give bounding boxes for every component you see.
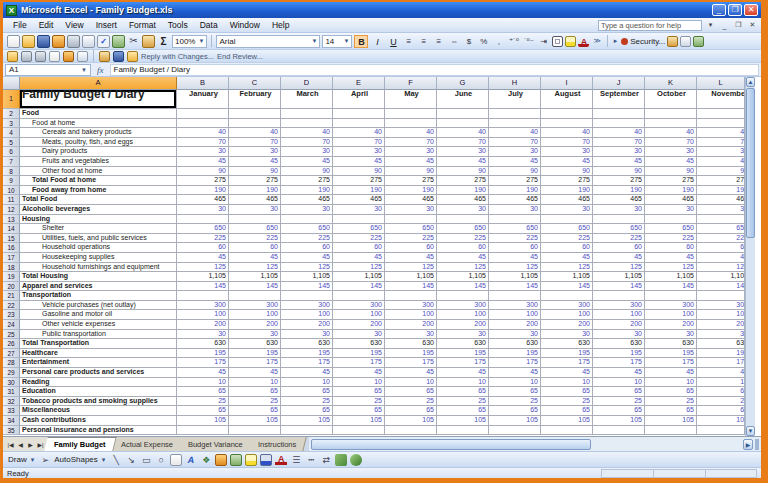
cell-value[interactable]: 25 <box>385 397 437 407</box>
cell-value[interactable]: 65 <box>645 406 697 416</box>
font-size-select[interactable]: 14▼ <box>322 35 352 48</box>
cell-value[interactable]: 65 <box>177 406 229 416</box>
cell-value[interactable]: 70 <box>593 138 645 148</box>
cell-value[interactable]: 45 <box>229 368 281 378</box>
row-header-13[interactable]: 13 <box>3 215 20 225</box>
month-header-april[interactable]: April <box>333 90 385 109</box>
cell-value[interactable]: 45 <box>281 368 333 378</box>
cell-value[interactable]: 125 <box>281 263 333 273</box>
cell-value[interactable]: 30 <box>645 147 697 157</box>
cell-value[interactable]: 275 <box>229 176 281 186</box>
cell-value[interactable]: 145 <box>437 282 489 292</box>
cell-value[interactable]: 65 <box>489 387 541 397</box>
cell-value[interactable] <box>281 291 333 301</box>
cell-value[interactable] <box>437 291 489 301</box>
cell-value[interactable]: 45 <box>593 253 645 263</box>
cell-value[interactable]: 45 <box>593 157 645 167</box>
cell-label[interactable]: Public transportation <box>20 330 177 340</box>
cell-value[interactable]: 45 <box>177 253 229 263</box>
cell-value[interactable]: 190 <box>489 186 541 196</box>
cell-value[interactable]: 465 <box>541 195 593 205</box>
cell-value[interactable]: 225 <box>333 234 385 244</box>
draw-menu[interactable]: Draw▾ <box>8 455 36 464</box>
cell-value-clipped[interactable]: 225 <box>697 234 745 244</box>
cell-value[interactable]: 30 <box>489 330 541 340</box>
cell-value[interactable]: 25 <box>593 397 645 407</box>
month-header-january[interactable]: January <box>177 90 229 109</box>
end-review-button[interactable]: End Review... <box>217 52 263 61</box>
cell-label[interactable]: Vehicle purchases (net outlay) <box>20 301 177 311</box>
cell-value[interactable]: 200 <box>229 320 281 330</box>
cell-value[interactable]: 650 <box>229 224 281 234</box>
cell-value-clipped[interactable]: 45 <box>697 157 745 167</box>
cell-value[interactable]: 105 <box>645 416 697 426</box>
cell-label[interactable]: Cereals and bakery products <box>20 128 177 138</box>
bold-button[interactable]: B <box>354 35 368 48</box>
cell-value[interactable]: 275 <box>385 176 437 186</box>
cell-value[interactable]: 200 <box>541 320 593 330</box>
month-header-october[interactable]: October <box>645 90 697 109</box>
cell-value[interactable]: 65 <box>229 387 281 397</box>
cell-value[interactable]: 145 <box>489 282 541 292</box>
line-style-icon[interactable]: ☰ <box>290 454 302 466</box>
print-preview-icon[interactable] <box>82 35 95 48</box>
cell-value[interactable]: 65 <box>645 387 697 397</box>
cell-value[interactable]: 30 <box>489 147 541 157</box>
close-button[interactable]: ✕ <box>744 4 758 16</box>
cell-label[interactable]: Alcoholic beverages <box>20 205 177 215</box>
cell-value[interactable]: 175 <box>177 358 229 368</box>
cut-icon[interactable]: ✂ <box>127 35 140 48</box>
menu-edit[interactable]: Edit <box>33 19 60 31</box>
cell-value[interactable]: 45 <box>645 368 697 378</box>
cell-value[interactable]: 60 <box>437 243 489 253</box>
cell-value[interactable]: 40 <box>593 128 645 138</box>
cell-value[interactable]: 30 <box>177 330 229 340</box>
row-header-27[interactable]: 27 <box>3 349 20 359</box>
menu-view[interactable]: View <box>59 19 89 31</box>
cell-value[interactable]: 90 <box>489 167 541 177</box>
cell-value[interactable] <box>645 109 697 119</box>
cell-value[interactable]: 105 <box>177 416 229 426</box>
next-sheet-icon[interactable]: ▶ <box>26 441 35 448</box>
oval-icon[interactable]: ○ <box>155 454 167 466</box>
tab-split-handle[interactable] <box>755 439 759 450</box>
cell-value[interactable]: 25 <box>333 397 385 407</box>
shadow-style-icon[interactable] <box>335 454 347 466</box>
cell-value[interactable]: 45 <box>177 157 229 167</box>
cell-label[interactable]: Total Housing <box>20 272 177 282</box>
horizontal-scroll-thumb[interactable] <box>311 439 591 450</box>
cell-value[interactable]: 30 <box>541 330 593 340</box>
cell-value[interactable]: 300 <box>593 301 645 311</box>
cell-value[interactable]: 300 <box>489 301 541 311</box>
cell-value[interactable]: 300 <box>281 301 333 311</box>
cell-value[interactable]: 650 <box>437 224 489 234</box>
cell-value[interactable]: 145 <box>177 282 229 292</box>
formula-input[interactable]: Family Budget / Diary <box>110 64 760 76</box>
scroll-down-icon[interactable]: ▼ <box>746 426 755 436</box>
cell-value[interactable]: 30 <box>593 330 645 340</box>
cell-value[interactable]: 465 <box>333 195 385 205</box>
align-right-icon[interactable]: ≡ <box>432 37 445 46</box>
cell-value[interactable]: 30 <box>541 205 593 215</box>
format-painter-icon[interactable] <box>142 35 155 48</box>
cell-value[interactable]: 40 <box>541 128 593 138</box>
cell-value[interactable]: 65 <box>385 406 437 416</box>
cell-value[interactable]: 650 <box>281 224 333 234</box>
cell-value[interactable]: 195 <box>385 349 437 359</box>
cell-value-clipped[interactable]: 30 <box>697 147 745 157</box>
cell-label[interactable]: Food away from home <box>20 186 177 196</box>
cell-value[interactable]: 190 <box>177 186 229 196</box>
cell-value[interactable] <box>489 109 541 119</box>
cell-value[interactable]: 40 <box>437 128 489 138</box>
cell-value[interactable]: 145 <box>541 282 593 292</box>
cell-value[interactable]: 175 <box>385 358 437 368</box>
cell-value[interactable]: 630 <box>385 339 437 349</box>
cell-value[interactable] <box>281 426 333 436</box>
cell-value[interactable]: 650 <box>385 224 437 234</box>
cell-value[interactable]: 125 <box>489 263 541 273</box>
menu-data[interactable]: Data <box>194 19 224 31</box>
cell-value[interactable]: 45 <box>541 368 593 378</box>
cell-value[interactable]: 90 <box>229 167 281 177</box>
cell-value[interactable]: 25 <box>489 397 541 407</box>
cell-value[interactable]: 10 <box>489 378 541 388</box>
